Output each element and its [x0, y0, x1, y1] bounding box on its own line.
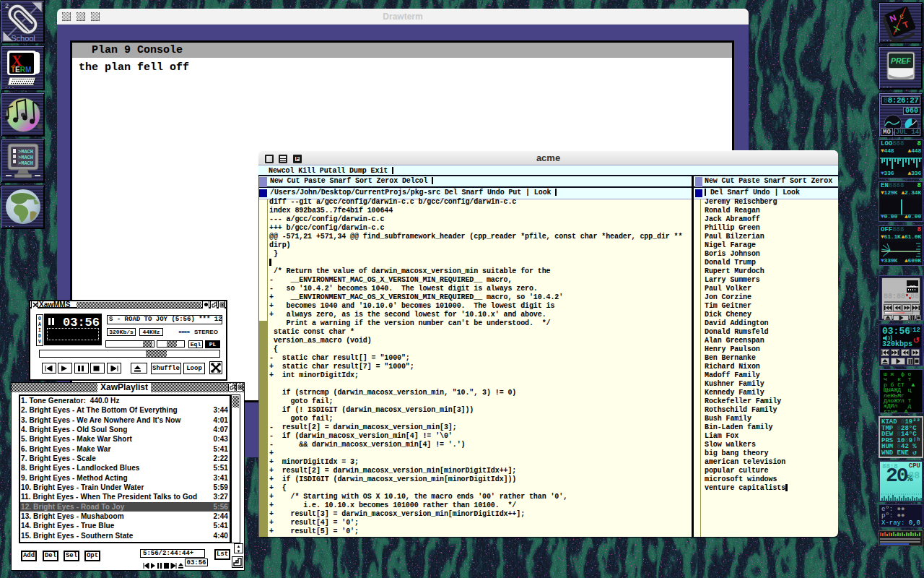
svg-text:2: 2	[5, 2, 9, 9]
svg-text:...: ...	[4, 222, 14, 228]
svg-text:School: School	[11, 34, 35, 43]
svg-text:>MACH: >MACH	[18, 155, 33, 160]
svg-text:TERM: TERM	[11, 66, 31, 74]
svg-text:...: ...	[4, 83, 14, 90]
svg-text:PREF: PREF	[891, 56, 912, 65]
svg-text:>MACH: >MACH	[18, 160, 33, 166]
svg-text:...: ...	[882, 36, 892, 43]
svg-text:...: ...	[882, 82, 892, 89]
svg-text:>MACH: >MACH	[18, 149, 33, 155]
